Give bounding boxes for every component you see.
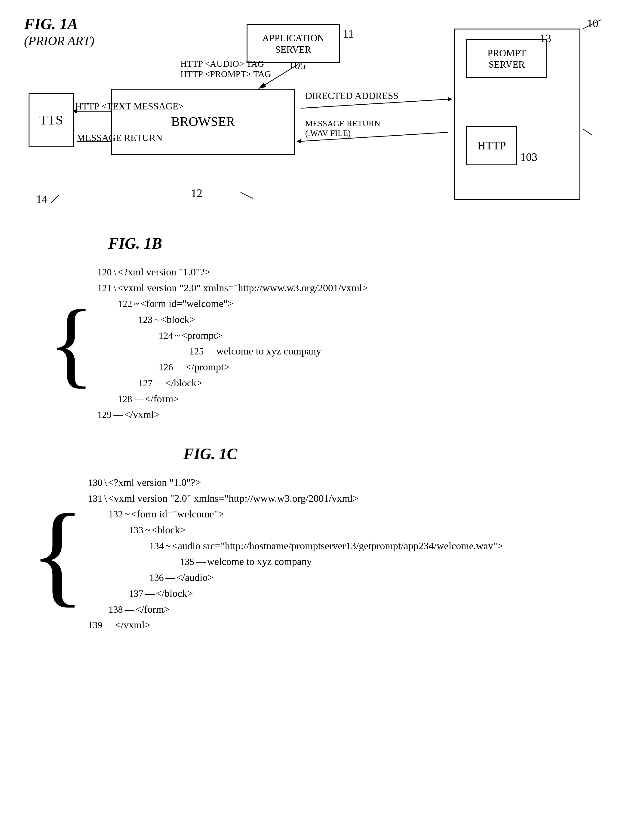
code-line-136: 136—</audio> [88,570,503,586]
ref-12: 12 [191,186,203,200]
fig1b-title: FIG. 1B [108,235,619,252]
ref-13: 13 [540,32,551,45]
code-line-126: 126—</prompt> [97,359,368,375]
http-audio-tag-label: HTTP <AUDIO> TAG HTTP <PROMPT> TAG [180,58,271,79]
code-line-124: 124~<prompt> [97,328,368,344]
code-line-120: 120\<?xml version "1.0"?> [97,264,368,280]
browser-box: BROWSER [111,89,295,155]
http-box: HTTP [466,126,517,165]
fig1c-code-block: { 130\<?xml version "1.0"?> 131\<vxml ve… [30,472,619,636]
code-line-123: 123~<block> [97,312,368,328]
fig1a-diagram: FIG. 1A (PRIOR ART) 10 [12,12,625,216]
message-return-left-label: MESSAGE RETURN [77,132,162,144]
code-line-132: 132~<form id="welcome"> [88,506,503,522]
fig1c-brace: { [30,472,85,636]
fig1a-subtitle: (PRIOR ART) [24,34,95,48]
code-line-139: 139—</vxml> [88,617,503,633]
code-line-137: 137—</block> [88,586,503,602]
code-line-130: 130\<?xml version "1.0"?> [88,475,503,491]
code-line-134: 134~<audio src="http://hostname/promptse… [88,538,503,554]
svg-line-4 [240,193,253,199]
code-line-129: 129—</vxml> [97,407,368,423]
svg-line-5 [51,196,59,203]
directed-address-label: DIRECTED ADDRESS [305,90,399,101]
fig1a-title: FIG. 1A [24,15,78,33]
code-line-127: 127—</block> [97,375,368,391]
app-server-box: APPLICATION SERVER [247,24,340,63]
fig1c-lines: 130\<?xml version "1.0"?> 131\<vxml vers… [88,472,503,636]
fig1b-lines: 120\<?xml version "1.0"?> 121\<vxml vers… [97,261,368,426]
fig1c-section: FIG. 1C { 130\<?xml version "1.0"?> 131\… [18,445,619,636]
ref-103: 103 [520,150,537,164]
ref-105: 105 [289,58,306,72]
ref-10: 10 [587,17,598,30]
prompt-server-box: PROMPT SERVER [466,39,547,78]
ref-14: 14 [36,193,47,206]
code-line-131: 131\<vxml version "2.0" xmlns="http://ww… [88,491,503,507]
code-line-133: 133~<block> [88,522,503,538]
fig1b-code-block: { 120\<?xml version "1.0"?> 121\<vxml ve… [48,261,619,426]
code-line-121: 121\<vxml version "2.0" xmlns="http://ww… [97,280,368,296]
fig1c-title: FIG. 1C [184,445,619,463]
message-return-right-label: MESSAGE RETURN (.WAV FILE) [305,119,380,138]
ref-11: 11 [343,27,354,40]
code-line-135: 135—welcome to xyz company [88,554,503,570]
fig1b-section: FIG. 1B { 120\<?xml version "1.0"?> 121\… [18,235,619,426]
fig1b-brace: { [48,261,95,426]
svg-marker-14 [296,139,301,144]
code-line-125: 125—welcome to xyz company [97,343,368,359]
http-text-message-label: HTTP <TEXT MESSAGE> [75,101,184,112]
code-line-122: 122~<form id="welcome"> [97,296,368,312]
svg-marker-12 [448,97,452,101]
tts-box: TTS [28,93,74,147]
code-line-128: 128—</form> [97,391,368,407]
svg-line-3 [583,129,592,135]
code-line-138: 138—</form> [88,602,503,617]
